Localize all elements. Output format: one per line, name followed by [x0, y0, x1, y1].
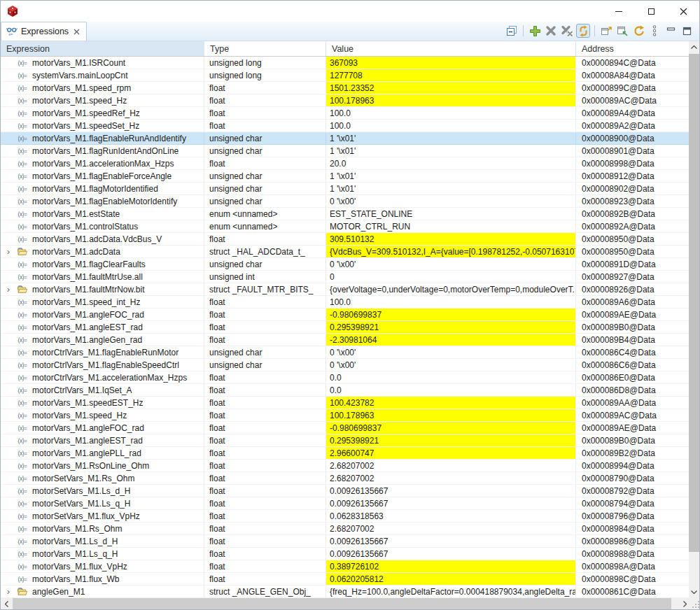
expression-row[interactable]: (x)= motorSetVars_M1.flux_VpHz float 0.0… — [1, 510, 690, 523]
expression-row[interactable]: (x)= motorCtrlVars_M1.flagEnableRunMotor… — [1, 346, 690, 359]
cell-value[interactable]: 2.96600747 — [326, 447, 576, 459]
cell-value[interactable]: 1 '\x01' — [326, 132, 576, 144]
cell-value[interactable]: {overVoltage=0,underVoltage=0,motorOverT… — [326, 283, 576, 295]
cell-value[interactable]: 1 '\x01' — [326, 145, 576, 157]
scroll-left-arrow-icon[interactable] — [1, 598, 12, 610]
cell-value[interactable]: MOTOR_CTRL_RUN — [326, 220, 576, 232]
scroll-down-arrow-icon[interactable] — [689, 586, 699, 598]
expression-row[interactable]: › motorVars_M1.adcData struct _HAL_ADCDa… — [1, 246, 690, 258]
expression-row[interactable]: (x)= motorVars_M1.estState enum <unnamed… — [1, 208, 690, 220]
expression-row[interactable]: (x)= motorVars_M1.flagEnableMotorIdentif… — [1, 195, 690, 208]
cell-value[interactable]: 2.68207002 — [326, 460, 576, 471]
expression-row[interactable]: (x)= systemVars.mainLoopCnt unsigned lon… — [1, 69, 690, 82]
expression-row[interactable]: (x)= motorVars_M1.faultMtrUse.all unsign… — [1, 271, 690, 283]
cell-value[interactable]: {freq_Hz=100.0,angleDeltaFactor=0.000418… — [326, 586, 576, 597]
column-header-type[interactable]: Type — [204, 41, 326, 56]
column-header-address[interactable]: Address — [576, 41, 690, 56]
add-expression-button[interactable] — [528, 24, 542, 38]
cell-value[interactable]: 0 '\x00' — [326, 346, 576, 358]
expression-row[interactable]: (x)= motorVars_M1.adcData.VdcBus_V float… — [1, 233, 690, 246]
expression-row[interactable]: (x)= motorCtrlVars_M1.IqSet_A float 0.0 … — [1, 384, 690, 397]
cell-value[interactable]: EST_STATE_ONLINE — [326, 208, 576, 220]
cell-value[interactable]: 0.00926135667 — [326, 497, 576, 509]
continuous-refresh-button[interactable] — [576, 24, 590, 38]
window-close-button[interactable] — [667, 1, 699, 22]
expression-row[interactable]: (x)= motorSetVars_M1.Rs_Ohm float 2.6820… — [1, 472, 690, 485]
expression-row[interactable]: (x)= motorVars_M1.Ls_q_H float 0.0092613… — [1, 548, 690, 560]
row-expander[interactable]: › — [4, 285, 13, 294]
cell-value[interactable]: 100.0 — [326, 107, 576, 119]
scroll-right-arrow-icon[interactable] — [679, 598, 690, 610]
expression-row[interactable]: (x)= motorVars_M1.controlStatus enum <un… — [1, 220, 690, 233]
expression-row[interactable]: (x)= motorVars_M1.speedRef_Hz float 100.… — [1, 107, 690, 120]
horizontal-scroll-thumb[interactable] — [13, 598, 671, 610]
collapse-all-button[interactable] — [505, 24, 519, 38]
expression-row[interactable]: (x)= motorCtrlVars_M1.flagEnableSpeedCtr… — [1, 359, 690, 371]
expression-row[interactable]: (x)= motorVars_M1.accelerationMax_Hzps f… — [1, 157, 690, 170]
cell-value[interactable]: 0 '\x00' — [326, 195, 576, 207]
cell-value[interactable]: 0.389726102 — [326, 560, 576, 572]
pin-view-button[interactable] — [615, 24, 629, 38]
expression-row[interactable]: (x)= motorVars_M1.Ls_d_H float 0.0092613… — [1, 535, 690, 548]
cell-value[interactable]: -2.30981064 — [326, 334, 576, 346]
expression-row[interactable]: › angleGen_M1 struct _ANGLE_GEN_Obj_ {fr… — [1, 586, 690, 598]
expression-row[interactable]: (x)= motorVars_M1.ISRCount unsigned long… — [1, 57, 690, 69]
column-header-value[interactable]: Value — [326, 41, 576, 56]
expression-row[interactable]: (x)= motorVars_M1.Rs_Ohm float 2.6820700… — [1, 523, 690, 535]
cell-value[interactable]: 100.0 — [326, 296, 576, 308]
expression-row[interactable]: (x)= motorVars_M1.flux_Wb float 0.062020… — [1, 573, 690, 586]
cell-value[interactable]: 0 '\x00' — [326, 359, 576, 371]
expression-row[interactable]: (x)= motorVars_M1.angleEST_rad float 0.2… — [1, 434, 690, 447]
tab-expressions[interactable]: x= Expressions — [1, 22, 87, 41]
tab-close-button[interactable] — [74, 29, 80, 35]
cell-value[interactable]: 0.295398921 — [326, 321, 576, 333]
expression-row[interactable]: (x)= motorVars_M1.flagMotorIdentified un… — [1, 183, 690, 195]
cell-value[interactable]: 0.00926135667 — [326, 548, 576, 560]
ccs-red-cube-icon[interactable] — [6, 5, 19, 17]
cell-value[interactable]: -0.980699837 — [326, 308, 576, 320]
expression-row[interactable]: (x)= motorSetVars_M1.Ls_q_H float 0.0092… — [1, 497, 690, 510]
window-maximize-button[interactable] — [635, 1, 667, 22]
cell-value[interactable]: 1 '\x01' — [326, 183, 576, 194]
expression-row[interactable]: (x)= motorVars_M1.speed_rpm float 1501.2… — [1, 82, 690, 94]
cell-value[interactable]: 1277708 — [326, 69, 576, 81]
scroll-up-arrow-icon[interactable] — [689, 41, 699, 53]
cell-value[interactable]: 0 '\x00' — [326, 258, 576, 270]
expression-row[interactable]: (x)= motorVars_M1.flagClearFaults unsign… — [1, 258, 690, 271]
cell-value[interactable]: 0.0 — [326, 371, 576, 383]
expression-row[interactable]: (x)= motorVars_M1.speed_Hz float 100.178… — [1, 409, 690, 422]
expression-row[interactable]: (x)= motorVars_M1.RsOnLine_Ohm float 2.6… — [1, 460, 690, 472]
expression-row[interactable]: (x)= motorVars_M1.speed_Hz float 100.178… — [1, 94, 690, 107]
window-minimize-button[interactable] — [603, 1, 635, 22]
cell-value[interactable]: 0.0628318563 — [326, 510, 576, 522]
vertical-scrollbar[interactable] — [689, 41, 699, 598]
expression-row[interactable]: (x)= motorVars_M1.speed_int_Hz float 100… — [1, 296, 690, 308]
expression-row[interactable]: (x)= motorVars_M1.angleEST_rad float 0.2… — [1, 321, 690, 334]
expression-row[interactable]: (x)= motorVars_M1.flagEnableForceAngle u… — [1, 170, 690, 183]
cell-value[interactable]: 100.178963 — [326, 94, 576, 106]
cell-value[interactable]: -0.980699837 — [326, 422, 576, 434]
remove-all-expressions-button[interactable] — [560, 24, 574, 38]
maximize-view-button[interactable] — [680, 24, 694, 38]
resize-grip[interactable] — [691, 600, 700, 609]
cell-value[interactable]: 0.00926135667 — [326, 535, 576, 547]
expression-row[interactable]: (x)= motorVars_M1.angleGen_rad float -2.… — [1, 334, 690, 346]
view-menu-button[interactable] — [648, 24, 662, 38]
cell-value[interactable]: 0.0 — [326, 384, 576, 396]
cell-value[interactable]: 309.510132 — [326, 233, 576, 245]
cell-value[interactable]: {VdcBus_V=309.510132,I_A={value=[0.19878… — [326, 246, 576, 257]
cell-value[interactable]: 1 '\x01' — [326, 170, 576, 182]
cell-value[interactable]: 2.68207002 — [326, 472, 576, 484]
expression-row[interactable]: (x)= motorVars_M1.flux_VpHz float 0.3897… — [1, 560, 690, 573]
cell-value[interactable]: 0.295398921 — [326, 434, 576, 446]
cell-value[interactable]: 2.68207002 — [326, 523, 576, 534]
column-header-expression[interactable]: Expression — [1, 41, 204, 56]
remove-expression-button[interactable] — [544, 24, 558, 38]
expression-row[interactable]: (x)= motorVars_M1.anglePLL_rad float 2.9… — [1, 447, 690, 460]
expression-row[interactable]: (x)= motorVars_M1.flagEnableRunAndIdenti… — [1, 132, 690, 145]
horizontal-scrollbar[interactable] — [1, 598, 700, 610]
cell-value[interactable]: 100.0 — [326, 120, 576, 132]
expression-row[interactable]: (x)= motorVars_M1.speedEST_Hz float 100.… — [1, 397, 690, 409]
cell-value[interactable]: 0 — [326, 271, 576, 283]
expression-row[interactable]: › motorVars_M1.faultMtrNow.bit struct _F… — [1, 283, 690, 296]
